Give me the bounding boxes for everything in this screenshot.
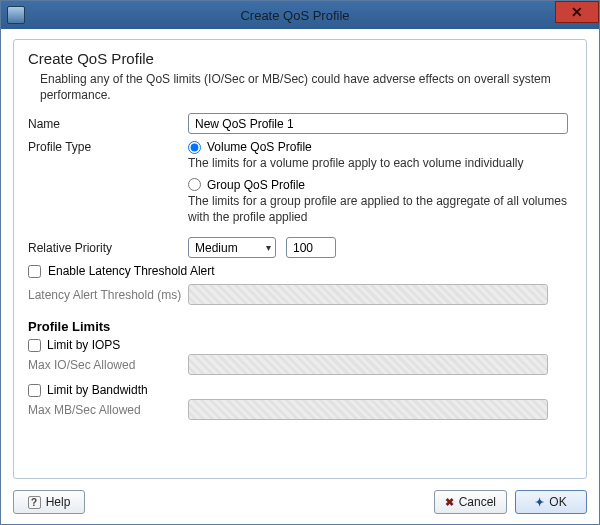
max-iops-label: Max IO/Sec Allowed — [28, 358, 188, 372]
footer-bar: ? Help ✖ Cancel ✦ OK — [1, 481, 599, 523]
volume-profile-radio-label: Volume QoS Profile — [207, 140, 312, 154]
close-icon: ✕ — [571, 4, 583, 20]
limit-iops-checkbox[interactable] — [28, 339, 41, 352]
priority-select-value: Medium — [195, 241, 238, 255]
priority-numeric-input[interactable] — [286, 237, 336, 258]
window-title: Create QoS Profile — [31, 8, 599, 23]
help-icon: ? — [28, 496, 41, 509]
profile-type-label: Profile Type — [28, 140, 188, 154]
panel-title: Create QoS Profile — [28, 50, 572, 67]
max-bandwidth-input — [188, 399, 548, 420]
app-icon — [7, 6, 25, 24]
cancel-button[interactable]: ✖ Cancel — [434, 490, 507, 514]
panel-description: Enabling any of the QoS limits (IO/Sec o… — [40, 71, 572, 103]
volume-profile-help: The limits for a volume profile apply to… — [188, 156, 572, 172]
close-button[interactable]: ✕ — [555, 1, 599, 23]
group-profile-radio[interactable] — [188, 178, 201, 191]
ok-button[interactable]: ✦ OK — [515, 490, 587, 514]
main-panel: Create QoS Profile Enabling any of the Q… — [13, 39, 587, 479]
ok-icon: ✦ — [535, 496, 544, 509]
help-button-label: Help — [46, 495, 71, 509]
latency-enable-label: Enable Latency Threshold Alert — [48, 264, 215, 278]
name-input[interactable] — [188, 113, 568, 134]
help-button[interactable]: ? Help — [13, 490, 85, 514]
volume-profile-radio[interactable] — [188, 141, 201, 154]
chevron-down-icon: ▾ — [266, 242, 271, 253]
priority-select[interactable]: Medium ▾ — [188, 237, 276, 258]
limit-bandwidth-label: Limit by Bandwidth — [47, 383, 148, 397]
group-profile-help: The limits for a group profile are appli… — [188, 194, 572, 225]
latency-enable-checkbox[interactable] — [28, 265, 41, 278]
ok-button-label: OK — [549, 495, 566, 509]
latency-threshold-input — [188, 284, 548, 305]
cancel-button-label: Cancel — [459, 495, 496, 509]
limit-iops-label: Limit by IOPS — [47, 338, 120, 352]
profile-limits-title: Profile Limits — [28, 319, 572, 334]
group-profile-radio-label: Group QoS Profile — [207, 178, 305, 192]
priority-label: Relative Priority — [28, 241, 188, 255]
max-iops-input — [188, 354, 548, 375]
name-label: Name — [28, 117, 188, 131]
max-bandwidth-label: Max MB/Sec Allowed — [28, 403, 188, 417]
limit-bandwidth-checkbox[interactable] — [28, 384, 41, 397]
cancel-icon: ✖ — [445, 496, 454, 509]
title-bar: Create QoS Profile ✕ — [1, 1, 599, 29]
latency-threshold-label: Latency Alert Threshold (ms) — [28, 288, 188, 302]
